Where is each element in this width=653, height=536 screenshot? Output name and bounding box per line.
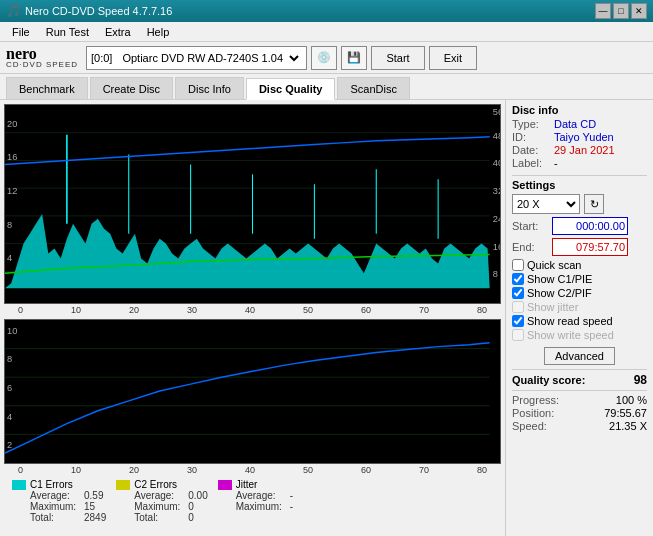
refresh-button[interactable]: ↻ bbox=[584, 194, 604, 214]
svg-text:8: 8 bbox=[7, 355, 12, 365]
disc-date-row: Date: 29 Jan 2021 bbox=[512, 144, 647, 156]
show-read-speed-label[interactable]: Show read speed bbox=[527, 315, 613, 327]
legend-c2: C2 Errors Average: 0.00 Maximum: 0 Total… bbox=[116, 479, 207, 523]
drive-dropdown[interactable]: Optiarc DVD RW AD-7240S 1.04 bbox=[116, 48, 302, 68]
svg-text:12: 12 bbox=[7, 186, 17, 196]
c2-color bbox=[116, 480, 130, 490]
show-write-speed-checkbox[interactable] bbox=[512, 329, 524, 341]
svg-text:4: 4 bbox=[7, 412, 12, 422]
start-button[interactable]: Start bbox=[371, 46, 424, 70]
progress-row: Progress: 100 % bbox=[512, 394, 647, 406]
title-bar-left: 🎵 Nero CD-DVD Speed 4.7.7.16 bbox=[6, 4, 172, 18]
c1-stats: C1 Errors Average: 0.59 Maximum: 15 Tota… bbox=[30, 479, 106, 523]
show-write-speed-label: Show write speed bbox=[527, 329, 614, 341]
show-c1-checkbox[interactable] bbox=[512, 273, 524, 285]
end-time-row: End: bbox=[512, 238, 647, 256]
settings-title: Settings bbox=[512, 179, 647, 191]
quality-score-label: Quality score: bbox=[512, 374, 585, 386]
quality-score-row: Quality score: 98 bbox=[512, 373, 647, 387]
menu-file[interactable]: File bbox=[4, 24, 38, 40]
c1-color bbox=[12, 480, 26, 490]
svg-text:40: 40 bbox=[493, 159, 500, 169]
end-time-input[interactable] bbox=[552, 238, 628, 256]
quick-scan-checkbox[interactable] bbox=[512, 259, 524, 271]
svg-text:16: 16 bbox=[7, 153, 17, 163]
speed-dropdown[interactable]: 20 X bbox=[512, 194, 580, 214]
progress-label: Progress: bbox=[512, 394, 559, 406]
disc-info-title: Disc info bbox=[512, 104, 647, 116]
legend-jitter: Jitter Average: - Maximum: - bbox=[218, 479, 293, 523]
disc-label-row: Label: - bbox=[512, 157, 647, 169]
divider-1 bbox=[512, 175, 647, 176]
chart-area: 56 48 40 32 24 16 8 20 16 12 8 4 0 10 20… bbox=[0, 100, 505, 536]
bottom-chart-x-axis: 0 10 20 30 40 50 60 70 80 bbox=[4, 465, 501, 475]
jitter-stats: Jitter Average: - Maximum: - bbox=[236, 479, 293, 512]
tab-create-disc[interactable]: Create Disc bbox=[90, 77, 173, 99]
divider-3 bbox=[512, 390, 647, 391]
tab-bar: Benchmark Create Disc Disc Info Disc Qua… bbox=[0, 74, 653, 100]
close-button[interactable]: ✕ bbox=[631, 3, 647, 19]
title-bar: 🎵 Nero CD-DVD Speed 4.7.7.16 — □ ✕ bbox=[0, 0, 653, 22]
svg-text:32: 32 bbox=[493, 186, 500, 196]
position-value: 79:55.67 bbox=[604, 407, 647, 419]
top-chart-x-axis: 0 10 20 30 40 50 60 70 80 bbox=[4, 305, 501, 315]
bottom-chart: 10 8 6 4 2 bbox=[4, 319, 501, 464]
app-icon: 🎵 bbox=[6, 4, 21, 18]
show-jitter-checkbox[interactable] bbox=[512, 301, 524, 313]
tab-disc-quality[interactable]: Disc Quality bbox=[246, 78, 336, 100]
show-read-speed-row: Show read speed bbox=[512, 315, 647, 327]
show-read-speed-checkbox[interactable] bbox=[512, 315, 524, 327]
svg-text:10: 10 bbox=[7, 326, 17, 336]
position-label: Position: bbox=[512, 407, 554, 419]
svg-text:48: 48 bbox=[493, 131, 500, 141]
save-icon-button[interactable]: 💾 bbox=[341, 46, 367, 70]
menu-help[interactable]: Help bbox=[139, 24, 178, 40]
svg-text:24: 24 bbox=[493, 214, 500, 224]
legend: C1 Errors Average: 0.59 Maximum: 15 Tota… bbox=[4, 475, 501, 527]
divider-2 bbox=[512, 369, 647, 370]
nero-logo: nero CD·DVD SPEED bbox=[6, 46, 78, 69]
show-c2-label[interactable]: Show C2/PIF bbox=[527, 287, 592, 299]
start-time-input[interactable] bbox=[552, 217, 628, 235]
svg-text:4: 4 bbox=[7, 254, 12, 264]
menu-extra[interactable]: Extra bbox=[97, 24, 139, 40]
right-panel: Disc info Type: Data CD ID: Taiyo Yuden … bbox=[505, 100, 653, 536]
show-c2-checkbox[interactable] bbox=[512, 287, 524, 299]
show-write-speed-row: Show write speed bbox=[512, 329, 647, 341]
speed-row: 20 X ↻ bbox=[512, 194, 647, 214]
advanced-button[interactable]: Advanced bbox=[544, 347, 615, 365]
minimize-button[interactable]: — bbox=[595, 3, 611, 19]
start-time-row: Start: bbox=[512, 217, 647, 235]
disc-id-row: ID: Taiyo Yuden bbox=[512, 131, 647, 143]
quality-score-value: 98 bbox=[634, 373, 647, 387]
show-jitter-row: Show jitter bbox=[512, 301, 647, 313]
tab-scan-disc[interactable]: ScanDisc bbox=[337, 77, 409, 99]
toolbar: nero CD·DVD SPEED [0:0] Optiarc DVD RW A… bbox=[0, 42, 653, 74]
drive-label: [0:0] bbox=[91, 52, 112, 64]
disc-info-section: Disc info Type: Data CD ID: Taiyo Yuden … bbox=[512, 104, 647, 169]
maximize-button[interactable]: □ bbox=[613, 3, 629, 19]
show-c1-label[interactable]: Show C1/PIE bbox=[527, 273, 592, 285]
drive-selector: [0:0] Optiarc DVD RW AD-7240S 1.04 bbox=[86, 46, 307, 70]
show-jitter-label: Show jitter bbox=[527, 301, 578, 313]
quick-scan-row: Quick scan bbox=[512, 259, 647, 271]
position-row: Position: 79:55.67 bbox=[512, 407, 647, 419]
menu-bar: File Run Test Extra Help bbox=[0, 22, 653, 42]
speed-value: 21.35 X bbox=[609, 420, 647, 432]
svg-text:8: 8 bbox=[493, 269, 498, 279]
progress-value: 100 % bbox=[616, 394, 647, 406]
disc-icon-button[interactable]: 💿 bbox=[311, 46, 337, 70]
main-content: 56 48 40 32 24 16 8 20 16 12 8 4 0 10 20… bbox=[0, 100, 653, 536]
show-c2-row: Show C2/PIF bbox=[512, 287, 647, 299]
speed-row-bottom: Speed: 21.35 X bbox=[512, 420, 647, 432]
exit-button[interactable]: Exit bbox=[429, 46, 477, 70]
show-c1-row: Show C1/PIE bbox=[512, 273, 647, 285]
menu-run-test[interactable]: Run Test bbox=[38, 24, 97, 40]
quick-scan-label[interactable]: Quick scan bbox=[527, 259, 581, 271]
top-chart: 56 48 40 32 24 16 8 20 16 12 8 4 bbox=[4, 104, 501, 304]
disc-type-row: Type: Data CD bbox=[512, 118, 647, 130]
svg-text:6: 6 bbox=[7, 383, 12, 393]
tab-disc-info[interactable]: Disc Info bbox=[175, 77, 244, 99]
legend-c1: C1 Errors Average: 0.59 Maximum: 15 Tota… bbox=[12, 479, 106, 523]
tab-benchmark[interactable]: Benchmark bbox=[6, 77, 88, 99]
